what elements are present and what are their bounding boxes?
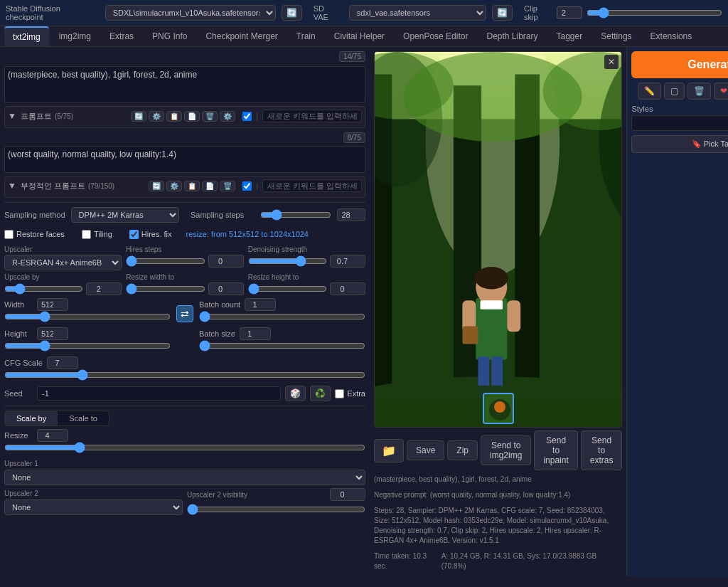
clip-skip-slider[interactable] [587,7,722,18]
restore-faces-checkbox[interactable] [4,230,14,239]
send-inpaint-btn[interactable]: Send to inpaint [534,430,577,470]
batch-size-input[interactable] [240,327,271,340]
tab-train[interactable]: Train [288,27,324,46]
prompt-tool-5[interactable]: 🗑️ [202,111,218,122]
seed-recycle-btn[interactable]: ♻️ [310,386,331,401]
hires-fix-label[interactable]: Hires. fix [129,230,172,239]
width-input[interactable] [37,298,68,311]
hires-steps-slider[interactable] [126,255,205,267]
image-area: ✕ [374,51,622,428]
tab-tagger[interactable]: Tagger [548,27,592,46]
resize-width-input[interactable] [208,282,244,295]
tool-square-btn[interactable]: ▢ [664,83,685,100]
neg-prompt-tool-5[interactable]: 🗑️ [220,181,235,191]
tab-extensions[interactable]: Extensions [642,27,701,46]
seed-input[interactable] [37,386,281,401]
sampling-steps-input[interactable] [337,208,365,221]
seed-dice-btn[interactable]: 🎲 [285,386,306,401]
tab-png-info[interactable]: PNG Info [144,27,196,46]
pick-tag-btn[interactable]: 🔖 Pick Tag [631,135,728,153]
styles-select[interactable] [631,115,728,131]
prompt-tool-4[interactable]: 📄 [184,111,200,122]
checkpoint-select[interactable]: SDXL\simulacrumxl_v10Asuka.safetensors [… [105,5,276,21]
tab-civitai-helper[interactable]: Civitai Helper [326,27,393,46]
neg-prompt-checkbox[interactable] [242,181,252,191]
send-extras-btn[interactable]: Send to extras [581,430,623,470]
tool-pencil-btn[interactable]: ✏️ [638,83,661,100]
scale-by-tab[interactable]: Scale by [5,411,58,425]
upscaler1-select[interactable]: None [4,470,365,485]
resize-height-input[interactable] [330,282,365,295]
tab-depth-library[interactable]: Depth Library [478,27,546,46]
tab-txt2img[interactable]: txt2img [4,26,49,46]
cfg-slider[interactable] [4,369,365,381]
neg-prompt-tool-3[interactable]: 📋 [184,181,200,191]
neg-keyword-input[interactable] [262,179,362,192]
upscaler2-vis-slider[interactable] [187,504,365,515]
height-label: Height [4,329,33,338]
tool-trash-btn[interactable]: 🗑️ [687,83,711,100]
checkpoint-refresh-btn[interactable]: 🔄 [282,5,302,21]
extra-seed-label[interactable]: Extra [335,389,365,398]
scale-to-tab[interactable]: Scale to [58,411,109,425]
tab-extras[interactable]: Extras [101,27,142,46]
restore-faces-label[interactable]: Restore faces [4,230,65,239]
denoising-slider[interactable] [248,255,327,267]
batch-count-input[interactable] [245,298,276,311]
batch-size-slider[interactable] [199,340,365,351]
prompt-toggle-icon[interactable]: ▼ [8,111,16,121]
prompt-keyword-input[interactable] [262,110,362,122]
zip-btn[interactable]: Zip [447,440,478,460]
cfg-input[interactable] [47,356,78,369]
vae-refresh-btn[interactable]: 🔄 [492,5,513,21]
neg-prompt-tool-2[interactable]: ⚙️ [166,181,182,191]
tool-heart-btn[interactable]: ❤ [714,83,728,100]
clip-skip-input[interactable] [557,6,582,19]
positive-prompt-textarea[interactable]: (masterpiece, best quality), 1girl, fore… [4,66,365,103]
prompt-tool-2[interactable]: ⚙️ [149,111,164,122]
neg-prompt-toggle-icon[interactable]: ▼ [8,181,16,191]
resize-slider[interactable] [4,442,365,453]
image-thumbnail[interactable] [483,393,514,424]
cfg-group: CFG Scale [4,356,365,383]
generate-btn[interactable]: Generate [631,51,728,78]
link-dimensions-btn[interactable]: ⇄ [176,305,193,322]
image-close-btn[interactable]: ✕ [604,55,619,69]
extra-seed-checkbox[interactable] [335,389,344,398]
upscaler-select[interactable]: R-ESRGAN 4x+ Anime6B [4,255,122,270]
vae-select[interactable]: sdxl_vae.safetensors [349,5,486,21]
denoising-input[interactable] [330,255,365,268]
width-slider[interactable] [4,311,171,322]
sampling-method-select[interactable]: DPM++ 2M Karras [71,207,179,223]
tab-settings[interactable]: Settings [592,27,640,46]
prompt-checkbox[interactable] [242,112,252,121]
tab-img2img[interactable]: img2img [50,27,100,46]
resize-height-slider[interactable] [248,283,327,295]
tab-checkpoint-merger[interactable]: Checkpoint Merger [197,27,286,46]
prompt-tool-6[interactable]: ⚙️ [220,111,235,122]
height-input[interactable] [37,327,68,340]
upscaler2-vis-input[interactable] [330,488,365,501]
neg-prompt-tool-1[interactable]: 🔄 [149,181,164,191]
prompt-tool-1[interactable]: 🔄 [131,111,146,122]
upscale-by-input[interactable] [86,282,122,295]
upscaler2-select[interactable]: None [4,499,183,515]
height-slider[interactable] [4,340,171,351]
tiling-checkbox[interactable] [82,230,91,239]
tab-openpose-editor[interactable]: OpenPose Editor [395,27,476,46]
hires-steps-input[interactable] [208,255,244,268]
tiling-label[interactable]: Tiling [82,230,112,239]
save-btn[interactable]: Save [407,440,444,460]
sampling-steps-slider[interactable] [260,209,331,221]
prompt-tool-3[interactable]: 📋 [166,111,182,122]
resize-width-slider[interactable] [126,283,205,295]
hires-fix-checkbox[interactable] [129,230,139,239]
negative-prompt-textarea[interactable]: (worst quality, normal quality, low qual… [4,146,365,173]
open-folder-btn[interactable]: 📁 [374,439,404,462]
neg-prompt-tool-4[interactable]: 📄 [202,181,218,191]
clip-skip-section: Clip skip [524,4,722,21]
send-img2img-btn[interactable]: Send to img2img [481,435,531,465]
resize-input[interactable] [37,429,68,442]
batch-count-slider[interactable] [199,311,365,322]
upscale-by-slider[interactable] [4,283,83,295]
